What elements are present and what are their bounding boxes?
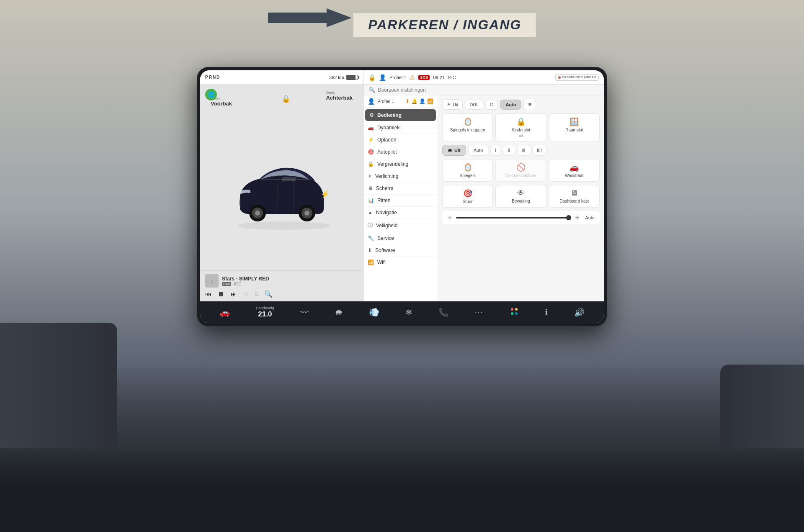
search-input[interactable] — [378, 87, 599, 93]
taskbar-temp[interactable]: Handmatig 21.0 — [256, 306, 274, 319]
equalizer-button[interactable]: ≡ — [255, 290, 258, 298]
wiper-speed-1-btn[interactable]: I — [490, 145, 501, 156]
time-display: 09:21 — [433, 75, 445, 80]
taskbar-heat-icon: 〰 — [300, 308, 309, 317]
taskbar-heat[interactable]: 〰 — [300, 308, 309, 317]
search-icon: 🔍 — [368, 87, 375, 93]
download-profile-icon: ⬇ — [405, 98, 410, 104]
left-dash — [0, 323, 117, 448]
mirror-controls-grid: 🪞 Spiegels inklappen 🔒 Kinderslot uit 🪟 … — [442, 113, 600, 141]
taskbar-fan[interactable]: 💨 — [369, 307, 379, 317]
bediening-icon: ⚙ — [369, 112, 374, 118]
signal-icon: 📶 — [427, 98, 433, 104]
taskbar-info[interactable]: ℹ — [545, 307, 548, 317]
main-content: 🌐 Open Voorbak 🔓 Open — [200, 85, 604, 301]
interior-bg — [0, 365, 804, 532]
taskbar-car[interactable]: 🚗 — [219, 307, 230, 317]
achterbak-name: Achterbak — [326, 95, 353, 101]
auto-label: Auto — [505, 102, 516, 107]
ritten-icon: 📊 — [368, 198, 374, 203]
parking-sign-area: PARKEREN / INGANG — [268, 6, 536, 37]
niet-beschikbaar-btn[interactable]: 🚫 Niet beschikbaar — [495, 159, 546, 182]
dynamiek-icon: 🚗 — [368, 125, 374, 131]
wiper-speed-2-btn[interactable]: II — [503, 145, 515, 156]
taskbar-wiper-icon: 🌧 — [335, 308, 343, 317]
brightness-handle — [566, 215, 571, 220]
kinderslot-label: Kinderslot — [512, 128, 530, 132]
taskbar-car-icon: 🚗 — [219, 307, 230, 317]
light-beam-btn[interactable]: ≡ — [523, 99, 536, 110]
light-drl-btn[interactable]: DRL — [465, 100, 483, 110]
raamslot-btn[interactable]: 🪟 Raamslot — [549, 113, 600, 141]
vergrendeling-icon: 🔒 — [368, 161, 374, 167]
menu-item-autopilot[interactable]: 🎯 Autopilot — [363, 146, 438, 158]
music-text: Stars - SIMPLY RED DAB JOE — [222, 276, 269, 286]
settings-menu: 👤 Profiel 1 ⬇ 🔔 👤 📶 — [363, 95, 438, 301]
light-off-btn[interactable]: ☀ Uit — [442, 99, 463, 110]
menu-item-dynamiek[interactable]: 🚗 Dynamiek — [363, 122, 438, 134]
taskbar-phone-icon: 📞 — [438, 308, 449, 317]
spiegels-btn[interactable]: 🪞 Spiegels — [442, 159, 493, 182]
dashboard-kast-btn[interactable]: 🖥 Dashboard kast — [549, 185, 600, 208]
menu-item-navigatie[interactable]: ▲ Navigatie — [363, 207, 438, 219]
wiper-icon: 🌧 — [448, 148, 452, 153]
mirror-fold-icon: 🪞 — [463, 117, 472, 126]
navigatie-icon: ▲ — [368, 210, 373, 216]
dashboard-kast-label: Dashboard kast — [559, 199, 589, 203]
stop-button[interactable]: ⏹ — [218, 290, 224, 298]
taskbar-apps[interactable] — [510, 307, 519, 318]
next-button[interactable]: ⏭ — [230, 290, 237, 298]
taskbar-dots[interactable]: ··· — [475, 308, 484, 317]
taskbar-volume[interactable]: 🔊 — [574, 307, 585, 317]
dashboard-kast-icon: 🖥 — [570, 189, 578, 198]
gear-display: PRND — [205, 75, 220, 80]
wiper-auto-btn[interactable]: Auto — [468, 145, 489, 156]
svg-marker-0 — [268, 8, 352, 27]
wiper-speed-4-btn[interactable]: IIII — [532, 145, 546, 156]
kinderslot-btn[interactable]: 🔒 Kinderslot uit — [495, 113, 546, 141]
bewaking-btn[interactable]: 👁 Bewaking — [495, 185, 546, 208]
bediening-label: Bediening — [377, 112, 402, 118]
svg-point-8 — [304, 211, 309, 216]
music-source: DAB JOE — [222, 282, 269, 286]
brightness-low-icon: ☀ — [447, 214, 453, 221]
scherm-label: Scherm — [376, 185, 393, 191]
menu-item-bediening[interactable]: ⚙ Bediening — [365, 109, 436, 121]
wiper-speed-3-btn[interactable]: III — [517, 145, 530, 156]
bewaking-icon: 👁 — [517, 189, 525, 198]
menu-item-opladen[interactable]: ⚡ Opladen — [363, 134, 438, 146]
taskbar-wiper[interactable]: 🌧 — [335, 308, 343, 317]
wasstraat-icon: 🚗 — [570, 163, 579, 172]
wifi-icon: 📶 — [368, 260, 374, 265]
menu-item-veiligheid[interactable]: ⓘ Veiligheid — [363, 219, 438, 232]
search-music-button[interactable]: 🔍 — [264, 290, 273, 298]
veiligheid-icon: ⓘ — [368, 222, 373, 229]
menu-item-wifi[interactable]: 📶 Wifi — [363, 257, 438, 268]
raamslot-label: Raamslot — [565, 128, 583, 132]
light-d-btn[interactable]: D — [485, 100, 498, 110]
stuur-btn[interactable]: 🎯 Stuur — [442, 185, 493, 208]
taskbar-defrost[interactable]: ❄ — [405, 307, 412, 317]
prev-button[interactable]: ⏮ — [205, 290, 212, 298]
light-auto-btn[interactable]: Auto — [500, 100, 521, 110]
wiper-off-btn[interactable]: 🌧 Uit — [442, 145, 466, 156]
taskbar-phone[interactable]: 📞 — [438, 307, 449, 317]
music-title: Stars - SIMPLY RED — [222, 276, 269, 282]
menu-item-service[interactable]: 🔧 Service — [363, 232, 438, 244]
svg-point-14 — [515, 312, 518, 315]
lock-status-icon: 🔒 — [368, 74, 376, 81]
taskbar-dots-icon: ··· — [475, 308, 484, 316]
wiper-auto-label: Auto — [474, 148, 483, 153]
profile-name-top: Profiel 1 — [389, 75, 406, 80]
menu-item-verlichting[interactable]: ✳ Verlichting — [363, 170, 438, 182]
menu-item-vergrendeling[interactable]: 🔒 Vergrendeling — [363, 158, 438, 170]
favorite-button[interactable]: ☆ — [243, 290, 249, 298]
menu-item-ritten[interactable]: 📊 Ritten — [363, 195, 438, 207]
menu-item-scherm[interactable]: 🖥 Scherm — [363, 182, 438, 195]
spiegels-inklappen-btn[interactable]: 🪞 Spiegels inklappen — [442, 113, 493, 141]
svg-point-1 — [238, 221, 330, 230]
wasstraat-btn[interactable]: 🚗 Wasstraat — [549, 159, 600, 182]
menu-item-software[interactable]: ⬇ Software — [363, 244, 438, 257]
brightness-slider[interactable] — [456, 217, 571, 218]
music-info: ♪ Stars - SIMPLY RED DAB JOE — [205, 274, 358, 288]
